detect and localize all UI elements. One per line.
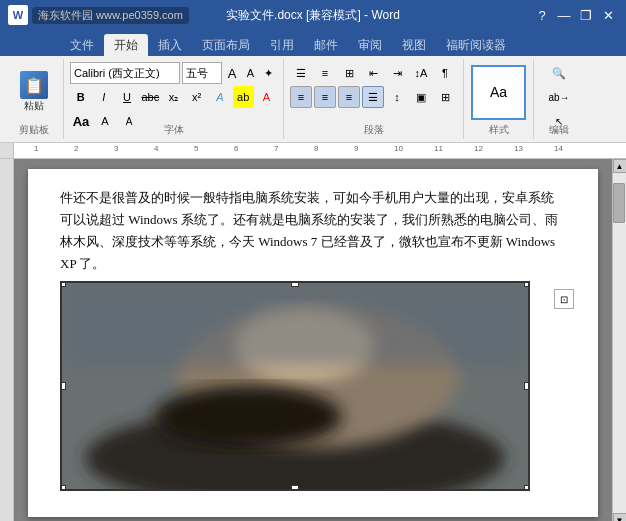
font-size-up[interactable]: A	[94, 110, 116, 132]
svg-point-4	[155, 386, 341, 448]
ribbon-toolbar: 📋 粘贴 剪贴板 A A ✦ B I U abc x₂ x²	[0, 56, 626, 143]
resize-handle-bm[interactable]	[291, 485, 299, 491]
title-bar: W 海东软件园 www.pe0359.com 实验文件.docx [兼容模式] …	[0, 0, 626, 30]
font-shrink-button[interactable]: A	[242, 62, 258, 84]
editing-group: 🔍 ab→ ↖ 编辑	[534, 59, 584, 139]
resize-handle-lm[interactable]	[60, 382, 66, 390]
tab-mailings[interactable]: 邮件	[304, 34, 348, 56]
styles-group: Aa 样式	[464, 59, 534, 139]
strikethrough-button[interactable]: abc	[140, 86, 161, 108]
text-highlight-button[interactable]: ab	[233, 86, 254, 108]
resize-handle-tl[interactable]	[60, 281, 66, 287]
layout-options-button[interactable]: ⊡	[554, 289, 574, 309]
clipboard-group: 📋 粘贴 剪贴板	[4, 59, 64, 139]
align-left[interactable]: ≡	[290, 86, 312, 108]
editing-label: 编辑	[549, 123, 569, 137]
tab-home[interactable]: 开始	[104, 34, 148, 56]
word-logo: W	[8, 5, 28, 25]
minimize-button[interactable]: —	[554, 5, 574, 25]
content-area: 件还不是很普及的时候一般特指电脑系统安装，可如今手机用户大量的出现，安卓系统可以…	[0, 159, 626, 521]
resize-handle-tm[interactable]	[291, 281, 299, 287]
tab-foxit[interactable]: 福昕阅读器	[436, 34, 516, 56]
title-text: 实验文件.docx [兼容模式] - Word	[226, 7, 400, 24]
show-marks-button[interactable]: ¶	[434, 62, 456, 84]
superscript-button[interactable]: x²	[186, 86, 207, 108]
tab-references[interactable]: 引用	[260, 34, 304, 56]
resize-handle-br[interactable]	[524, 485, 530, 491]
vertical-scrollbar: ▲ ▼	[612, 159, 626, 521]
ruler-corner	[0, 143, 14, 158]
restore-button[interactable]: ❐	[576, 5, 596, 25]
paragraph-group: ☰ ≡ ⊞ ⇤ ⇥ ↕A ¶ ≡ ≡ ≡ ☰ ↕ ▣ ⊞ 段落	[284, 59, 464, 139]
font-group: A A ✦ B I U abc x₂ x² A ab A Aa A A	[64, 59, 284, 139]
replace-button[interactable]: ab→	[539, 86, 579, 108]
tab-review[interactable]: 审阅	[348, 34, 392, 56]
tab-insert[interactable]: 插入	[148, 34, 192, 56]
paste-icon: 📋	[20, 71, 48, 99]
font-size-input[interactable]	[182, 62, 222, 84]
styles-text: Aa	[490, 84, 507, 100]
document-image[interactable]	[60, 281, 530, 491]
paste-label: 粘贴	[24, 99, 44, 113]
font-group-label: 字体	[164, 123, 184, 137]
photo-svg	[62, 283, 528, 489]
bold-button[interactable]: B	[70, 86, 91, 108]
sort-button[interactable]: ↕A	[410, 62, 432, 84]
scroll-thumb[interactable]	[613, 183, 625, 223]
font-aa-button[interactable]: Aa	[70, 110, 92, 132]
help-button[interactable]: ?	[532, 5, 552, 25]
document-page: 件还不是很普及的时候一般特指电脑系统安装，可如今手机用户大量的出现，安卓系统可以…	[28, 169, 598, 517]
font-grow-button[interactable]: A	[224, 62, 240, 84]
numbering-button[interactable]: ≡	[314, 62, 336, 84]
italic-button[interactable]: I	[93, 86, 114, 108]
find-button[interactable]: 🔍	[539, 62, 579, 84]
document-text: 件还不是很普及的时候一般特指电脑系统安装，可如今手机用户大量的出现，安卓系统可以…	[60, 187, 566, 275]
font-color-button[interactable]: A	[256, 86, 277, 108]
clipboard-label: 剪贴板	[19, 123, 49, 137]
font-name-input[interactable]	[70, 62, 180, 84]
window-controls: ? — ❐ ✕	[532, 5, 618, 25]
align-justify[interactable]: ☰	[362, 86, 384, 108]
align-right[interactable]: ≡	[338, 86, 360, 108]
paragraph-label: 段落	[364, 123, 384, 137]
document-area[interactable]: 件还不是很普及的时候一般特指电脑系统安装，可如今手机用户大量的出现，安卓系统可以…	[14, 159, 612, 521]
resize-handle-tr[interactable]	[524, 281, 530, 287]
tab-view[interactable]: 视图	[392, 34, 436, 56]
paste-button[interactable]: 📋 粘贴	[13, 62, 55, 122]
vertical-ruler	[0, 159, 14, 521]
resize-handle-rm[interactable]	[524, 382, 530, 390]
resize-handle-bl[interactable]	[60, 485, 66, 491]
tab-layout[interactable]: 页面布局	[192, 34, 260, 56]
borders-button[interactable]: ⊞	[434, 86, 456, 108]
scroll-down-button[interactable]: ▼	[613, 513, 627, 521]
decrease-indent[interactable]: ⇤	[362, 62, 384, 84]
font-size-down[interactable]: A	[118, 110, 140, 132]
photo-content	[62, 283, 528, 489]
bullets-button[interactable]: ☰	[290, 62, 312, 84]
increase-indent[interactable]: ⇥	[386, 62, 408, 84]
line-spacing[interactable]: ↕	[386, 86, 408, 108]
clear-format-button[interactable]: ✦	[261, 62, 277, 84]
scroll-track[interactable]	[613, 173, 627, 513]
underline-button[interactable]: U	[116, 86, 137, 108]
ruler-main: 1 2 3 4 5 6 7 8 9 10 11 12 13 14	[14, 143, 626, 158]
title-bar-left: W 海东软件园 www.pe0359.com	[8, 5, 189, 25]
text-effect-button[interactable]: A	[209, 86, 230, 108]
shading-button[interactable]: ▣	[410, 86, 432, 108]
ribbon-tab-bar: 文件 开始 插入 页面布局 引用 邮件 审阅 视图 福昕阅读器	[0, 30, 626, 56]
close-button[interactable]: ✕	[598, 5, 618, 25]
styles-label: 样式	[489, 123, 509, 137]
multilevel-button[interactable]: ⊞	[338, 62, 360, 84]
svg-rect-5	[62, 283, 528, 365]
tab-file[interactable]: 文件	[60, 34, 104, 56]
align-center[interactable]: ≡	[314, 86, 336, 108]
watermark-text: 海东软件园 www.pe0359.com	[32, 7, 189, 24]
scroll-up-button[interactable]: ▲	[613, 159, 627, 173]
subscript-button[interactable]: x₂	[163, 86, 184, 108]
styles-gallery[interactable]: Aa	[471, 65, 526, 120]
ruler: 1 2 3 4 5 6 7 8 9 10 11 12 13 14	[0, 143, 626, 159]
